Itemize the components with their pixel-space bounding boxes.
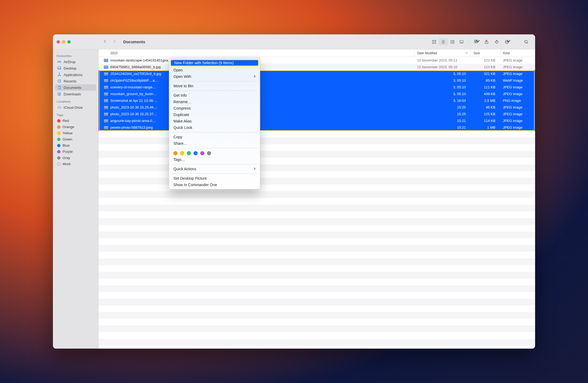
menu-item[interactable]: Get Info [169,92,260,99]
file-kind: JPEG image [500,72,535,76]
menu-item-label: New Folder with Selection (9 Items) [174,61,234,65]
sidebar-tag-orange[interactable]: Orange [55,124,96,130]
sidebar-tag-purple[interactable]: Purple [55,149,96,155]
sidebar-item-label: Work [63,162,71,166]
menu-item[interactable]: Quick Actions [169,166,260,172]
file-thumbnail-icon [104,79,108,82]
file-date: 3, 05:10 [414,72,471,76]
recents-icon [57,79,61,83]
group-by-button[interactable] [472,38,481,45]
file-row[interactable]: cHJpdmF0ZS9sci9pbWF…a… 3, 05:10 65 KB We… [99,77,535,84]
empty-rows-background [99,131,535,348]
tag-color-dot[interactable] [180,151,184,155]
file-row[interactable]: photo_2023-10-30 15.25.48… 15:25 96 KB J… [99,104,535,111]
file-kind: PNG image [500,99,535,103]
actions-menu-button[interactable] [502,38,511,45]
file-row[interactable]: scenery-of-mountain-range… 3, 05:10 111 … [99,84,535,91]
sidebar-item-downloads[interactable]: Downloads [55,91,96,97]
svg-line-23 [527,43,528,44]
sidebar-tag-blue[interactable]: Blue [55,142,96,149]
sidebar-tag-red[interactable]: Red [55,118,96,124]
sidebar-tag-work[interactable]: Work [55,161,96,167]
sidebar-tag-gray[interactable]: Gray [55,155,96,161]
sidebar-item-recents[interactable]: Recents [55,78,96,84]
file-date: 13 November 2023, 05:11 [414,58,471,62]
sidebar-item-label: Red [63,119,69,123]
view-gallery-button[interactable] [457,38,466,45]
menu-item[interactable]: Tags… [169,156,260,163]
share-button[interactable] [482,38,491,45]
file-date: 3, 16:03 [414,99,471,103]
file-list[interactable]: mountain-landscape-1454191451gxa.jpg 13 … [99,57,535,131]
menu-item[interactable]: Share… [169,140,260,147]
sidebar-item-icloud[interactable]: iCloud Drive [55,104,96,111]
sidebar-item-applications[interactable]: Applications [55,71,96,78]
column-header-size[interactable]: Size [471,49,500,57]
tag-color-dot[interactable] [187,151,191,155]
menu-separator [172,174,257,174]
file-pane: 2023 Date Modified Size Kind mountain-la… [99,49,535,348]
svg-rect-2 [433,42,434,44]
column-header-name[interactable]: 2023 [99,49,414,57]
sidebar-section-favourites: Favourites [57,54,95,57]
file-kind: JPEG image [500,125,535,129]
menu-item-label: Copy [173,135,182,139]
sidebar-tag-yellow[interactable]: Yellow [55,130,96,136]
menu-item[interactable]: Duplicate [169,111,260,118]
back-button[interactable] [103,39,107,44]
column-header-date[interactable]: Date Modified [414,49,471,57]
sidebar-item-documents[interactable]: Documents [55,84,96,91]
menu-separator [172,148,257,148]
file-name: Screenshot at Apr 21 13-36-… [110,99,158,103]
menu-item[interactable]: Show In Commander One [169,182,260,188]
menu-item[interactable]: New Folder with Selection (9 Items) [170,59,259,66]
close-window-button[interactable] [57,40,60,44]
menu-item[interactable]: Make Alias [169,118,260,124]
view-list-button[interactable] [439,38,448,45]
menu-item-label: Compress [173,106,191,110]
maximize-window-button[interactable] [67,40,71,44]
column-header-kind[interactable]: Kind [500,49,535,57]
view-columns-button[interactable] [448,38,457,45]
menu-item[interactable]: Compress [169,105,260,111]
minimize-window-button[interactable] [62,40,65,44]
file-row[interactable]: 25341240344_ce270f19c8_b.jpg 3, 05:10 32… [99,70,535,77]
svg-point-17 [496,41,497,41]
view-icons-button[interactable] [430,38,439,45]
sidebar-item-airdrop[interactable]: AirDrop [55,59,96,65]
menu-item[interactable]: Open With [169,73,260,80]
tag-color-dot[interactable] [200,151,204,155]
search-button[interactable] [522,38,531,45]
file-row[interactable]: pexels-photo-5687913.jpeg 15:21 1 MB JPE… [99,124,535,131]
airdrop-icon [57,60,61,64]
tag-color-dot[interactable] [207,151,211,155]
sidebar-item-label: Applications [64,73,82,77]
sidebar-item-label: Blue [63,143,70,147]
file-name: cHJpdmF0ZS9sci9pbWF…a… [110,78,158,82]
file-row[interactable]: mountain_ground_by_burtn… 3, 05:10 439 K… [99,91,535,97]
menu-item[interactable]: Rename… [169,99,260,105]
sidebar-tag-green[interactable]: Green [55,136,96,142]
svg-point-24 [59,61,60,63]
file-row[interactable]: Screenshot at Apr 21 13-36-… 3, 16:03 2,… [99,97,535,104]
tag-color-dot[interactable] [173,151,177,155]
tags-button[interactable] [492,38,501,45]
sidebar-item-desktop[interactable]: Desktop [55,65,96,71]
svg-point-22 [525,40,527,43]
downloads-icon [57,92,61,96]
menu-item[interactable]: Move to Bin [169,83,260,89]
file-row[interactable]: mountain-landscape-1454191451gxa.jpg 13 … [99,57,535,64]
menu-item[interactable]: Set Desktop Picture [169,175,260,182]
menu-item-label: Show In Commander One [173,183,217,187]
file-size: 321 KB [471,72,500,76]
file-row[interactable]: photo_2023-10-30 15.25.37… 15:25 125 KB … [99,111,535,117]
file-date: 13 November 2023, 05:10 [414,65,471,69]
tag-color-dot[interactable] [194,151,198,155]
file-name: photo_2023-10-30 15.25.37… [110,112,157,116]
forward-button[interactable] [112,39,116,44]
menu-item[interactable]: Quick Look [169,124,260,131]
menu-item[interactable]: Copy [169,134,260,140]
menu-item[interactable]: Open [169,67,260,73]
file-row[interactable]: angourie-bay-picnic-area-0… 15:21 114 KB… [99,117,535,124]
file-row[interactable]: 6904758951_6868a06560_b.jpg 13 November … [99,64,535,70]
